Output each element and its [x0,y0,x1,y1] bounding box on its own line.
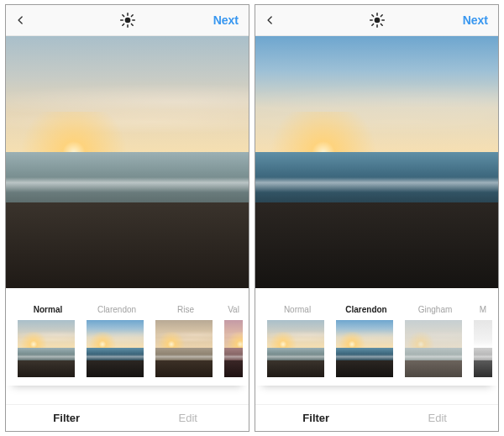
svg-line-6 [131,24,133,25]
header: Next [255,5,498,36]
filter-thumb [336,320,393,377]
two-screens-container: Next Normal Clarendon [0,0,504,436]
tab-filter[interactable]: Filter [255,412,377,424]
main-photo[interactable] [255,36,498,288]
next-button[interactable]: Next [463,13,498,27]
filter-thumb [405,320,462,377]
brightness-icon [119,12,136,29]
back-button[interactable] [255,5,286,35]
filter-item-normal[interactable]: Normal [18,305,78,377]
tab-edit[interactable]: Edit [128,412,249,424]
main-photo[interactable] [6,36,249,288]
filter-thumb [267,320,324,377]
filter-item-normal[interactable]: Normal [267,305,328,377]
filter-item-rise[interactable]: Rise [155,305,216,377]
bottom-tabs: Filter Edit [6,404,249,431]
chevron-left-icon [15,14,27,26]
header: Next [6,5,249,36]
filter-thumb [18,320,75,377]
brightness-icon [369,12,386,29]
filter-label: Gingham [405,305,465,315]
screen-left: Next Normal Clarendon [6,5,249,431]
svg-point-9 [374,18,380,24]
svg-line-15 [381,24,382,25]
filter-thumb [224,320,243,377]
back-button[interactable] [6,5,36,35]
filter-strip[interactable]: Normal Clarendon Rise [6,305,249,386]
filter-thumb [155,320,213,377]
screen-right: Next Normal Clarendon [255,5,498,431]
chevron-left-icon [265,14,276,26]
svg-line-5 [122,15,123,17]
filter-label: Val [224,305,243,315]
photo-foam [255,177,498,192]
svg-point-0 [124,18,130,24]
brightness-button[interactable] [119,12,136,29]
filter-item-moon[interactable]: M [474,305,492,377]
photo-foam [6,177,249,192]
filter-label: Rise [155,305,216,315]
photo-sky [6,36,249,152]
filter-item-clarendon[interactable]: Clarendon [87,305,147,377]
tab-edit[interactable]: Edit [377,412,499,424]
brightness-button[interactable] [369,12,386,29]
filter-strip-wrap: Normal Clarendon Rise [6,288,249,404]
next-button[interactable]: Next [213,13,249,27]
filter-item-valencia[interactable]: Val [224,305,243,377]
filter-thumb [474,320,492,377]
filter-item-gingham[interactable]: Gingham [405,305,465,377]
filter-item-clarendon[interactable]: Clarendon [336,305,396,377]
filter-label: Clarendon [336,305,396,315]
bottom-tabs: Filter Edit [255,404,498,431]
filter-strip[interactable]: Normal Clarendon Gingham [255,305,498,386]
svg-line-14 [371,15,373,17]
filter-label: M [474,305,492,315]
filter-label: Clarendon [87,305,147,315]
filter-label: Normal [267,305,328,315]
photo-sand [255,202,498,288]
photo-sand [6,202,249,288]
svg-line-8 [131,15,133,17]
filter-strip-wrap: Normal Clarendon Gingham [255,288,498,404]
filter-label: Normal [18,305,78,315]
svg-line-7 [122,24,123,25]
tab-filter[interactable]: Filter [6,412,128,424]
filter-thumb [87,320,144,377]
svg-line-17 [381,15,382,17]
svg-line-16 [371,24,373,25]
photo-sky [255,36,498,152]
